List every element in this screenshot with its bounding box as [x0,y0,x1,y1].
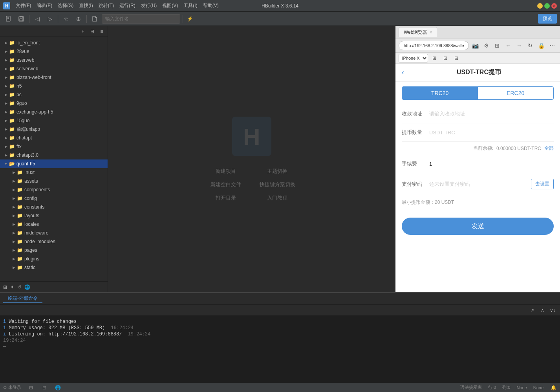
sidebar-bottom-icon-3[interactable]: ↺ [17,284,21,290]
back-icon[interactable]: ◁ [32,13,43,24]
terminal-up-btn[interactable]: ∧ [538,306,547,315]
address-bar-input[interactable] [399,41,469,50]
new-blank-file-action[interactable]: 新建空白文件 [208,181,244,188]
forward-nav-icon[interactable]: → [514,41,524,50]
open-dir-action[interactable]: 打开目录 [208,194,244,201]
login-status-text[interactable]: 未登录 [8,385,21,390]
tree-item-static[interactable]: ▶ 📁 static [0,263,108,272]
tab-trc20[interactable]: TRC20 [402,87,478,99]
tree-item-plugins[interactable]: ▶ 📁 plugins [0,255,108,263]
folder-icon: 📁 [9,117,15,124]
menu-help[interactable]: 帮助(V) [201,2,221,10]
browser-tab-close-icon[interactable]: × [430,30,432,35]
tree-item-exchange[interactable]: ▶ 📁 exchange-app-h5 [0,108,108,116]
terminal-export-btn[interactable]: ↗ [528,306,536,315]
status-network-icon[interactable]: 🌐 [54,384,61,391]
set-pay-pwd-btn[interactable]: 去设置 [531,179,554,189]
new-project-icon[interactable]: ⊕ [73,13,84,24]
web-browser-tab[interactable]: Web浏览器 × [399,27,437,37]
tree-item-pc[interactable]: ▶ 📁 pc [0,90,108,99]
sidebar-collapse-btn[interactable]: ⊟ [88,27,97,36]
tree-item-9guo[interactable]: ▶ 📁 9guo [0,99,108,108]
tree-item-chatapt[interactable]: ▶ 📁 chatapt [0,134,108,142]
responsive-icon[interactable]: ⊞ [492,41,502,50]
tree-item-qianduan[interactable]: ▶ 📁 前端uniapp [0,125,108,134]
tree-item-middleware[interactable]: ▶ 📁 middleware [0,229,108,237]
browser-panel: Web浏览器 × 📷 ⚙ ⊞ ← → ↻ 🔒 ⋯ iPhone X ⊞ ⊡ ⊟ [395,26,560,292]
terminal-down-btn[interactable]: ∨↓ [548,306,557,315]
tree-item-pages[interactable]: ▶ 📁 pages [0,246,108,255]
sidebar-bottom-icon-2[interactable]: ✦ [10,284,14,290]
device-btn-2[interactable]: ⊡ [441,53,450,63]
more-icon[interactable]: ⋯ [547,41,557,50]
sidebar-bottom-icon-1[interactable]: ⊞ [3,284,7,290]
menu-view[interactable]: 视图(V) [160,2,180,10]
menu-run[interactable]: 运行(R) [117,2,138,10]
tree-item-h5[interactable]: ▶ 📁 h5 [0,82,108,90]
tree-item-layouts[interactable]: ▶ 📁 layouts [0,211,108,220]
tree-item-ftx[interactable]: ▶ 📁 ftx [0,142,108,151]
maximize-button[interactable]: □ [544,3,550,9]
tree-item-bizzan[interactable]: ▶ 📁 bizzan-web-front [0,73,108,82]
line-end-label[interactable]: None [533,385,544,390]
encoding-label[interactable]: None [516,385,527,390]
lock-icon[interactable]: 🔒 [536,41,546,50]
theme-switch-action[interactable]: 主题切换 [260,168,295,175]
status-grid-icon[interactable]: ⊞ [27,384,35,391]
tree-item-lc-en-front[interactable]: ▶ 📁 lc_en_front [0,38,108,47]
menu-edit[interactable]: 编辑(E) [34,2,55,10]
new-project-action[interactable]: 新建项目 [208,168,244,175]
bell-icon[interactable]: 🔔 [550,384,557,391]
tab-erc20[interactable]: ERC20 [478,87,554,99]
tree-item-constants[interactable]: ▶ 📁 constants [0,203,108,211]
close-button[interactable]: × [551,3,557,9]
title-bar: H 文件(F) 编辑(E) 选择(S) 查找(I) 跳转(T) 运行(R) 发行… [0,0,560,12]
tree-item-serverweb[interactable]: ▶ 📁 serverweb [0,64,108,73]
device-btn-3[interactable]: ⊟ [452,53,461,63]
tree-item-node-modules[interactable]: ▶ 📁 node_modules [0,237,108,246]
tutorial-action[interactable]: 入门教程 [260,194,295,201]
preview-button[interactable]: 预览 [538,14,557,24]
status-window-icon[interactable]: ⊟ [41,384,48,391]
refresh-icon[interactable]: ↻ [525,41,535,50]
tree-item-userweb[interactable]: ▶ 📁 userweb [0,56,108,64]
tree-item-28vue[interactable]: ▶ 📁 28vue [0,47,108,56]
syntax-tip-label[interactable]: 语法提示库 [460,385,482,390]
settings-icon[interactable]: ⚙ [481,41,491,50]
back-nav-icon[interactable]: ← [503,41,513,50]
tree-item-locales[interactable]: ▶ 📁 locales [0,220,108,229]
col-indicator: 列:0 [502,385,510,390]
terminal-tab[interactable]: 终端-外部命令 [3,294,42,303]
sidebar-bottom-icon-4[interactable]: 🌐 [24,284,30,290]
file-icon[interactable] [89,13,100,24]
tree-item-nuxt[interactable]: ▶ 📁 .nuxt [0,168,108,177]
bottom-tab-bar: 终端-外部命令 [0,293,560,305]
save-icon[interactable] [16,13,27,24]
device-btn-1[interactable]: ⊞ [430,53,439,63]
tree-item-config[interactable]: ▶ 📁 config [0,194,108,203]
tree-item-chatapt3[interactable]: ▶ 📁 chatapt3.0 [0,151,108,159]
tree-item-assets[interactable]: ▶ 📁 assets [0,177,108,185]
tree-arrow: ▶ [11,265,16,270]
menu-find[interactable]: 查找(I) [77,2,95,10]
favorite-icon[interactable]: ☆ [60,13,71,24]
tree-item-components[interactable]: ▶ 📁 components [0,185,108,194]
shortcut-switch-action[interactable]: 快捷键方案切换 [260,181,295,188]
forward-icon[interactable]: ▷ [44,13,55,24]
minimize-button[interactable]: − [537,3,543,9]
screenshot-icon[interactable]: 📷 [470,41,480,50]
sidebar-menu-btn[interactable]: ≡ [97,27,106,36]
menu-file[interactable]: 文件(F) [13,2,33,10]
menu-select[interactable]: 选择(S) [55,2,76,10]
send-button[interactable]: 发送 [402,218,554,235]
file-search-input[interactable] [102,14,180,24]
balance-all-btn[interactable]: 全部 [544,145,554,152]
tree-item-15guo[interactable]: ▶ 📁 15guo [0,116,108,125]
tree-item-quant-h5[interactable]: ▼ 📂 quant-h5 [0,159,108,168]
menu-jump[interactable]: 跳转(T) [96,2,116,10]
menu-tools[interactable]: 工具(I) [181,2,199,10]
device-select-dropdown[interactable]: iPhone X [399,54,428,62]
sidebar-add-btn[interactable]: + [79,27,87,36]
new-file-icon[interactable] [3,13,14,24]
menu-publish[interactable]: 发行(U) [139,2,159,10]
